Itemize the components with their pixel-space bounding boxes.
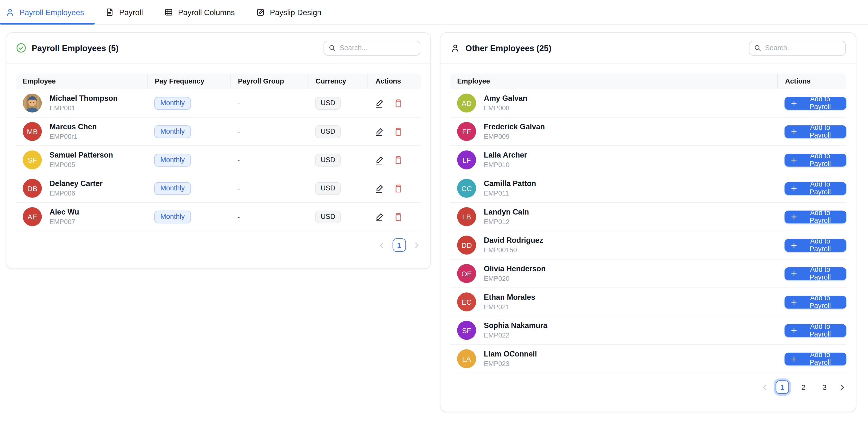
add-to-payroll-button[interactable]: Add to Payroll — [784, 97, 846, 110]
column-header-payroll-group: Payroll Group — [230, 73, 308, 89]
plus-icon — [791, 242, 797, 248]
employee-id: EMP021 — [484, 303, 535, 311]
tab-label: Payroll — [119, 7, 143, 17]
avatar-initials: OE — [461, 269, 472, 278]
add-to-payroll-button[interactable]: Add to Payroll — [784, 153, 846, 166]
other-employees-table: Employee Actions AD Amy Galvan EMP008 Ad… — [440, 64, 856, 373]
table-row: SF Sophia Nakamura EMP022 Add to Payroll — [450, 316, 846, 345]
edit-button[interactable] — [375, 127, 384, 136]
payroll-employees-panel: Payroll Employees (5) Employee Pay Frequ… — [6, 32, 431, 269]
table-row: FF Frederick Galvan EMP009 Add to Payrol… — [450, 118, 846, 146]
previous-page-button[interactable] — [377, 241, 386, 249]
avatar: LF — [457, 151, 476, 170]
payroll-group-value: - — [237, 184, 240, 192]
pagination: 1 — [6, 231, 430, 252]
currency-badge: USD — [315, 125, 341, 138]
add-to-payroll-button[interactable]: Add to Payroll — [784, 210, 846, 223]
avatar-initials: LB — [462, 213, 471, 221]
delete-button[interactable] — [394, 184, 403, 193]
avatar-initials: FF — [462, 127, 471, 135]
trash-icon — [394, 155, 403, 164]
search-input[interactable] — [323, 40, 421, 56]
content-area: Payroll Employees (5) Employee Pay Frequ… — [0, 25, 868, 412]
other-employees-panel: Other Employees (25) Employee Actions AD — [440, 32, 856, 412]
delete-button[interactable] — [394, 212, 403, 221]
employee-cell: MB Marcus Chen EMP00r1 — [16, 122, 147, 141]
payroll-app: Payroll Employees Payroll Payroll Column… — [0, 0, 868, 431]
employee-name: Laila Archer — [484, 151, 527, 159]
employee-cell: EC Ethan Morales EMP021 — [450, 293, 777, 311]
edit-button[interactable] — [375, 212, 384, 221]
page-1-button[interactable]: 1 — [393, 238, 406, 252]
payroll-group-value: - — [237, 127, 240, 135]
panel-title: Other Employees (25) — [451, 43, 552, 53]
add-to-payroll-label: Add to Payroll — [801, 152, 839, 167]
user-icon — [451, 43, 460, 53]
tab-payslip-design[interactable]: Payslip Design — [245, 0, 332, 24]
pay-frequency-cell: Monthly — [147, 125, 230, 138]
page-numbers: 123 — [775, 380, 831, 394]
tab-payroll-columns[interactable]: Payroll Columns — [154, 0, 245, 24]
column-header-actions: Actions — [777, 73, 846, 89]
table-row: CC Camilla Patton EMP011 Add to Payroll — [450, 174, 846, 203]
add-to-payroll-button[interactable]: Add to Payroll — [784, 352, 846, 365]
actions-cell: Add to Payroll — [777, 210, 846, 223]
employee-cell: AD Amy Galvan EMP008 — [450, 93, 777, 113]
column-header-pay-frequency: Pay Frequency — [147, 73, 230, 89]
previous-page-button[interactable] — [761, 383, 769, 391]
plus-icon — [791, 100, 797, 106]
employee-name: Landyn Cain — [484, 208, 529, 216]
add-to-payroll-button[interactable]: Add to Payroll — [784, 324, 846, 337]
pay-frequency-badge: Monthly — [154, 125, 191, 138]
table-row: SF Samuel Patterson EMP005 Monthly - USD — [16, 146, 421, 174]
page-numbers: 1 — [393, 238, 406, 252]
avatar: DD — [457, 236, 476, 255]
delete-button[interactable] — [394, 98, 403, 108]
avatar-initials: SF — [28, 156, 37, 164]
employee-name: Ethan Morales — [484, 293, 535, 301]
plus-icon — [791, 157, 797, 163]
employee-name: Alec Wu — [50, 208, 79, 216]
pay-frequency-cell: Monthly — [147, 210, 230, 223]
edit-button[interactable] — [375, 155, 384, 164]
tab-payroll[interactable]: Payroll — [95, 0, 154, 24]
add-to-payroll-label: Add to Payroll — [801, 180, 839, 196]
page-2-button[interactable]: 2 — [797, 380, 810, 394]
add-to-payroll-label: Add to Payroll — [801, 351, 839, 367]
table-body: Michael Thompson EMP001 Monthly - USD MB — [16, 89, 421, 231]
avatar — [23, 93, 42, 113]
page-3-button[interactable]: 3 — [818, 380, 831, 394]
tab-payroll-employees[interactable]: Payroll Employees — [6, 0, 95, 24]
actions-cell: Add to Payroll — [777, 352, 846, 365]
next-page-button[interactable] — [838, 383, 846, 391]
panel-title: Payroll Employees (5) — [16, 43, 119, 53]
column-header-employee: Employee — [16, 73, 147, 89]
employee-cell: DD David Rodriguez EMP00150 — [450, 236, 777, 255]
employee-name: Camilla Patton — [484, 180, 536, 188]
currency-badge: USD — [315, 182, 341, 195]
currency-cell: USD — [308, 125, 368, 138]
add-to-payroll-button[interactable]: Add to Payroll — [784, 267, 846, 280]
delete-button[interactable] — [394, 127, 403, 136]
add-to-payroll-button[interactable]: Add to Payroll — [784, 239, 846, 251]
employee-id: EMP010 — [484, 161, 527, 169]
employee-name: Sophia Nakamura — [484, 321, 548, 330]
column-header-actions: Actions — [368, 73, 421, 89]
trash-icon — [394, 212, 403, 221]
avatar-initials: DD — [461, 241, 472, 249]
page-1-button[interactable]: 1 — [775, 380, 789, 394]
employee-cell: LB Landyn Cain EMP012 — [450, 207, 777, 226]
column-header-currency: Currency — [308, 73, 368, 89]
edit-button[interactable] — [375, 184, 384, 193]
user-icon — [6, 7, 14, 17]
table-row: DB Delaney Carter EMP006 Monthly - USD — [16, 174, 421, 203]
pencil-icon — [375, 212, 384, 221]
add-to-payroll-button[interactable]: Add to Payroll — [784, 125, 846, 138]
next-page-button[interactable] — [412, 241, 421, 249]
pay-frequency-badge: Monthly — [154, 210, 191, 223]
add-to-payroll-button[interactable]: Add to Payroll — [784, 296, 846, 309]
delete-button[interactable] — [394, 155, 403, 164]
add-to-payroll-button[interactable]: Add to Payroll — [784, 182, 846, 195]
edit-button[interactable] — [375, 98, 384, 108]
search-input[interactable] — [749, 40, 846, 56]
